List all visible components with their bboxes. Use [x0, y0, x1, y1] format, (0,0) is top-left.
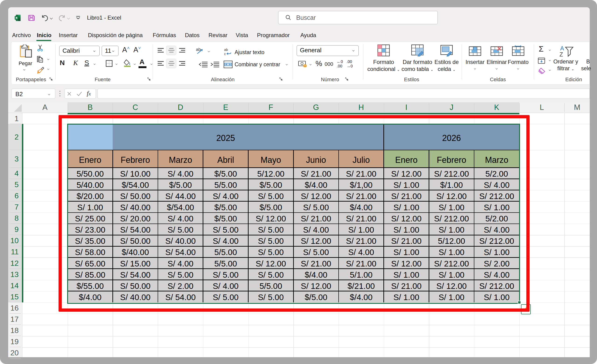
svg-text:ab: ab: [224, 47, 228, 52]
svg-text:c: c: [224, 52, 226, 56]
